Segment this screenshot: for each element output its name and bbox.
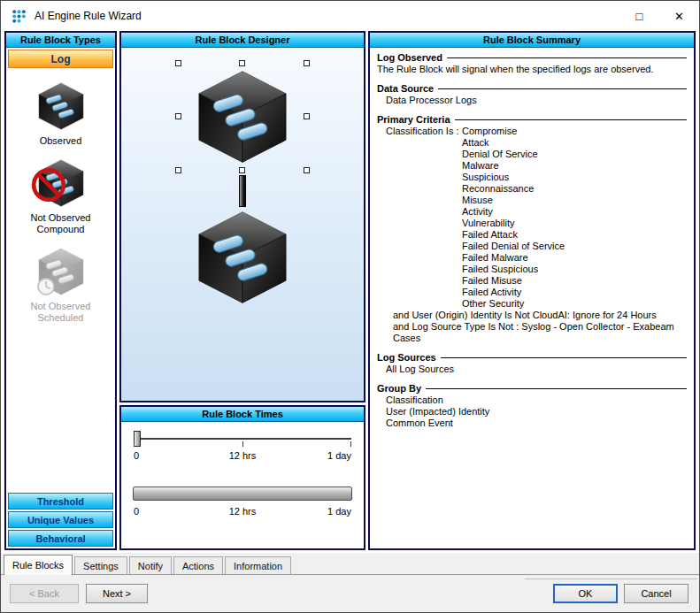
resize-handle[interactable] — [175, 167, 181, 173]
rule-block-times-panel: Rule Block Times 0 12 hrs 1 day — [119, 405, 365, 550]
slider-label: 12 hrs — [229, 450, 257, 461]
resize-handle[interactable] — [175, 113, 181, 119]
rule-block-summary-panel: Rule Block Summary Log Observed The Rule… — [368, 31, 696, 550]
type-category-buttons: Threshold Unique Values Behavioral — [6, 491, 115, 548]
criteria-extra-line: and User (Origin) Identity Is Not CloudA… — [377, 310, 687, 321]
rule-block-cube-icon — [192, 66, 293, 167]
next-button[interactable]: Next > — [86, 584, 148, 603]
rule-block-designer-panel: Rule Block Designer — [119, 31, 365, 402]
slider-track[interactable] — [134, 438, 351, 440]
classification-criteria: Classification Is : Compromise Attack De… — [377, 126, 687, 310]
resize-handle[interactable] — [239, 60, 245, 66]
middle-column: Rule Block Designer — [119, 31, 365, 550]
threshold-button[interactable]: Threshold — [8, 493, 113, 510]
slider-ticks — [134, 441, 351, 448]
type-item-not-observed-scheduled[interactable]: Not Observed Scheduled — [6, 246, 115, 324]
group-by-value: User (Impacted) Identity — [377, 406, 687, 418]
slider-labels: 0 12 hrs 1 day — [134, 450, 351, 463]
tab-rule-blocks[interactable]: Rule Blocks — [4, 555, 73, 575]
summary-section-data-source: Data Source — [377, 83, 687, 95]
rule-block-times-header: Rule Block Times — [121, 407, 364, 422]
rule-block-cube-icon[interactable] — [192, 207, 293, 308]
group-by-value: Classification — [377, 395, 687, 406]
main-area: Rule Block Types Log Observed Not Observ… — [1, 31, 699, 553]
resize-handle[interactable] — [304, 167, 310, 173]
criteria-extra-line: and Log Source Type Is Not : Syslog - Op… — [377, 321, 687, 344]
titlebar: AI Engine Rule Wizard □ ✕ — [1, 1, 699, 31]
summary-content: Log Observed The Rule Block will signal … — [370, 48, 694, 433]
back-button[interactable]: < Back — [10, 584, 79, 603]
close-button[interactable]: ✕ — [659, 1, 699, 31]
summary-description: The Rule Block will signal when the spec… — [377, 64, 687, 75]
block-connector — [239, 175, 246, 207]
tab-notify[interactable]: Notify — [129, 556, 172, 574]
designer-canvas[interactable] — [121, 48, 364, 401]
classification-values: Compromise Attack Denial Of Service Malw… — [462, 126, 565, 310]
bottom-tabstrip: Rule Blocks Settings Notify Actions Info… — [1, 553, 699, 575]
slider-range-bar[interactable] — [133, 487, 352, 501]
ok-button[interactable]: OK — [553, 584, 618, 603]
log-sources-value: All Log Sources — [377, 364, 687, 375]
classification-label: Classification Is : — [386, 126, 462, 310]
slider-label: 0 — [134, 506, 139, 517]
observed-cube-icon — [35, 80, 87, 132]
tab-settings[interactable]: Settings — [74, 556, 127, 574]
type-item-observed[interactable]: Observed — [6, 80, 115, 147]
rule-block-types-panel: Rule Block Types Log Observed Not Observ… — [4, 31, 117, 550]
group-by-value: Common Event — [377, 418, 687, 429]
app-logo-icon — [12, 9, 27, 24]
resize-handle[interactable] — [304, 113, 310, 119]
window-title: AI Engine Rule Wizard — [35, 10, 142, 22]
slider-label: 1 day — [327, 506, 351, 517]
type-item-label: Observed — [40, 135, 82, 147]
scheduled-cube-icon — [35, 246, 87, 297]
time-slider-2[interactable]: 0 12 hrs 1 day — [134, 493, 351, 518]
cancel-button[interactable]: Cancel — [624, 584, 688, 603]
selected-rule-block[interactable] — [175, 60, 310, 173]
time-slider-1[interactable]: 0 12 hrs 1 day — [134, 438, 351, 463]
maximize-button[interactable]: □ — [619, 1, 659, 31]
footer: < Back Next > OK Cancel — [1, 575, 699, 612]
type-item-label: Not Observed Scheduled — [26, 301, 96, 324]
prohibition-icon — [30, 166, 67, 203]
footer-separator — [525, 579, 697, 579]
rule-block-designer-header: Rule Block Designer — [121, 33, 364, 48]
slider-label: 1 day — [327, 450, 351, 461]
slider-labels: 0 12 hrs 1 day — [134, 506, 351, 518]
resize-handle[interactable] — [304, 60, 310, 66]
type-item-label: Not Observed Compound — [26, 212, 96, 235]
slider-label: 0 — [134, 450, 139, 461]
slider-label: 12 hrs — [229, 506, 257, 517]
rule-block-summary-header: Rule Block Summary — [370, 33, 694, 48]
behavioral-button[interactable]: Behavioral — [8, 530, 113, 547]
summary-section-group-by: Group By — [377, 383, 687, 395]
summary-section-log-observed: Log Observed — [377, 52, 687, 64]
summary-section-log-sources: Log Sources — [377, 352, 687, 364]
resize-handle[interactable] — [239, 167, 245, 173]
not-observed-cube-icon — [35, 157, 87, 209]
clock-icon — [35, 276, 57, 297]
tab-actions[interactable]: Actions — [173, 556, 223, 574]
ai-engine-rule-wizard-window: AI Engine Rule Wizard □ ✕ Rule Block Typ… — [0, 0, 700, 613]
resize-handle[interactable] — [175, 60, 181, 66]
rule-block-types-header: Rule Block Types — [6, 33, 115, 48]
type-item-not-observed-compound[interactable]: Not Observed Compound — [6, 157, 115, 235]
unique-values-button[interactable]: Unique Values — [8, 511, 113, 528]
slider-track[interactable] — [134, 493, 351, 495]
type-log-button[interactable]: Log — [8, 50, 113, 68]
tab-information[interactable]: Information — [225, 556, 291, 574]
data-source-value: Data Processor Logs — [377, 95, 687, 106]
summary-section-primary-criteria: Primary Criteria — [377, 114, 687, 126]
